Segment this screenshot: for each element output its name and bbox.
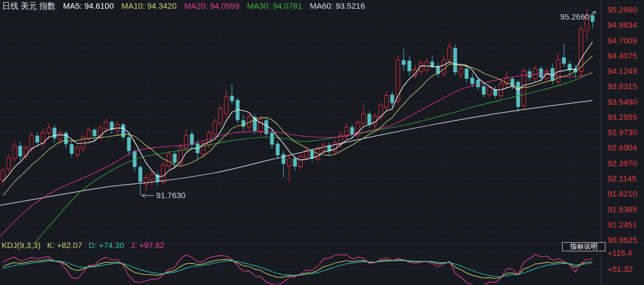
- kdj-axis-label-upper: +116.4: [608, 248, 632, 257]
- price-axis-label: 95.2660: [608, 5, 637, 14]
- ma20-legend: MA20: 94.0599: [184, 1, 240, 11]
- kdj-j-value: J: +97.62: [131, 240, 164, 250]
- kdj-d-value: D: +74.30: [88, 240, 124, 250]
- price-axis-label: 92.1145: [608, 174, 636, 183]
- ma5-legend: MA5: 94.6100: [63, 1, 113, 11]
- ma30-legend: MA30: 94.0781: [247, 1, 302, 11]
- price-axis-label: 94.7009: [608, 36, 637, 45]
- indicator-help-button[interactable]: 指标说明: [562, 242, 605, 251]
- chart-title: 日线 美元 指数: [2, 1, 55, 11]
- price-axis-label: 94.4075: [608, 51, 637, 60]
- price-axis-label: 92.9730: [608, 128, 637, 137]
- price-axis-label: 91.5385: [608, 205, 637, 214]
- price-axis-label: 93.8315: [608, 81, 637, 91]
- price-axis-label: 94.9834: [608, 20, 637, 29]
- price-axis-label: 90.9625: [608, 235, 637, 244]
- price-axis-label: 94.1249: [608, 66, 637, 75]
- kdj-header: KDJ(9,3,3) K: +82.07 D: +74.30 J: +97.62: [2, 240, 164, 250]
- chart-header: 日线 美元 指数 MA5: 94.6100 MA10: 94.3420 MA20…: [2, 1, 365, 11]
- ma10-legend: MA10: 94.3420: [122, 1, 177, 11]
- kdj-title: KDJ(9,3,3): [2, 240, 41, 250]
- ma60-legend: MA60: 93.5216: [310, 1, 365, 11]
- price-axis-label: 93.2555: [608, 112, 637, 122]
- kdj-k-value: K: +82.07: [47, 240, 82, 250]
- price-axis-label: 92.6904: [608, 143, 637, 152]
- price-axis-label: 91.8210: [608, 189, 637, 198]
- kdj-axis-label-lower: +51.32: [608, 264, 633, 274]
- price-axis-label: 92.3970: [608, 159, 637, 168]
- price-axis-label: 91.2451: [608, 220, 637, 229]
- price-axis-label: 93.5490: [608, 97, 637, 106]
- app-root: 日线 美元 指数 MA5: 94.6100 MA10: 94.3420 MA20…: [0, 0, 644, 285]
